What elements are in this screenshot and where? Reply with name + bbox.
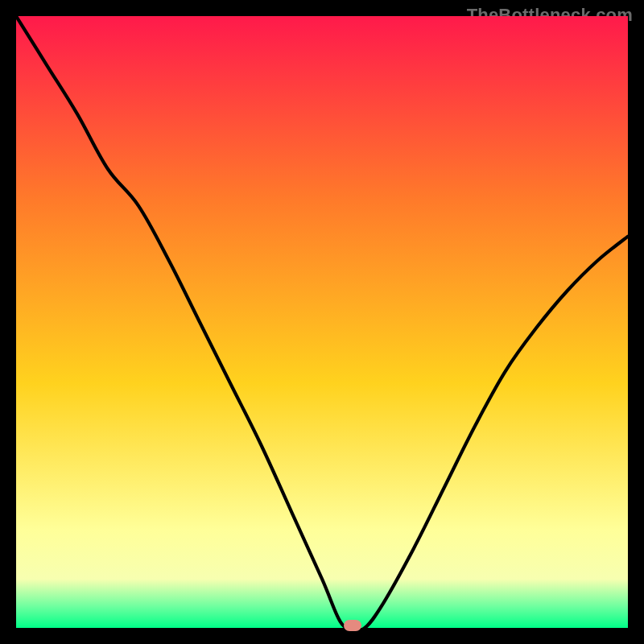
chart-stage: TheBottleneck.com bbox=[0, 0, 644, 644]
bottleneck-curve bbox=[16, 16, 628, 628]
optimal-point-marker bbox=[344, 620, 361, 631]
curve-layer bbox=[16, 16, 628, 628]
plot-area bbox=[16, 16, 628, 628]
